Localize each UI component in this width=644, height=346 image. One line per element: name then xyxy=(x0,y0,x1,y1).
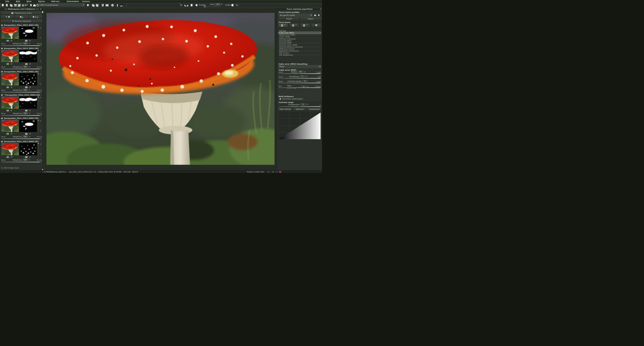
slider-value-input[interactable]: 5 xyxy=(299,75,305,78)
move-down-icon[interactable]: ↓ xyxy=(40,60,41,62)
focus-panel-title[interactable]: Focus stacking algorithms xyxy=(277,8,322,10)
zoom-slider[interactable] xyxy=(202,6,221,7)
play-preview-button[interactable]: ▶ xyxy=(110,3,114,7)
move-down-icon[interactable]: ↓ xyxy=(40,130,41,132)
entry-mask-thumbnail[interactable] xyxy=(19,50,37,62)
refresh-photo-icon[interactable]: ↺ xyxy=(10,110,12,112)
mask-opacity-knob[interactable] xyxy=(38,120,38,121)
algorithm-item[interactable]: PSF (brightness) xyxy=(278,54,321,56)
import-button[interactable]: Import xyxy=(279,17,299,20)
algorithm-item[interactable]: Brightness (luminance) xyxy=(278,50,321,52)
compression-knob[interactable] xyxy=(298,106,300,107)
move-down-icon[interactable]: ↓ xyxy=(40,153,41,155)
refresh-photo-icon[interactable]: ↺ xyxy=(10,63,12,65)
refresh-mask-icon[interactable]: ↺ xyxy=(29,110,31,112)
hdr-profile-dropdown[interactable]: HDR 10 professional ▼ xyxy=(39,3,85,7)
menu-item[interactable]: View xyxy=(26,0,32,3)
reload-image-button[interactable]: ↷ xyxy=(95,3,99,7)
entry-checkbox[interactable] xyxy=(1,71,3,72)
dropdown-caret[interactable]: ▼ xyxy=(319,65,321,68)
boost-level-2-button[interactable]: 2 xyxy=(278,24,288,27)
edit-list-button[interactable] xyxy=(9,3,13,7)
weighting-slider[interactable] xyxy=(1,138,42,139)
auto-refresh-button[interactable]: ↻ xyxy=(179,3,184,7)
panorama-button[interactable] xyxy=(105,3,109,7)
slider-knob[interactable] xyxy=(298,73,300,74)
mce-slider[interactable] xyxy=(278,78,321,79)
move-up-icon[interactable]: ↑ xyxy=(40,97,41,99)
algorithm-item[interactable]: Average xyxy=(278,30,321,32)
smoothing-dropdown[interactable]: Sharp ▼ xyxy=(278,65,321,68)
zoom-value-input[interactable]: 222 xyxy=(214,3,220,5)
algorithm-item[interactable]: Colour (RGB) xyxy=(278,36,321,38)
histogram-button[interactable] xyxy=(120,3,124,7)
entry-photo-thumbnail[interactable] xyxy=(1,120,19,132)
refresh-photo-icon[interactable]: ↺ xyxy=(10,133,12,135)
dropdown-caret[interactable]: ▼ xyxy=(82,3,85,7)
slider-knob[interactable] xyxy=(278,82,280,84)
save-profile-button[interactable] xyxy=(314,14,316,16)
entry-mask-thumbnail[interactable] xyxy=(19,120,37,132)
refresh-mask-icon[interactable]: ↺ xyxy=(29,156,31,158)
mask-layer-icon[interactable] xyxy=(25,86,28,88)
boost-level-infinity-button[interactable]: ∞ xyxy=(300,24,310,27)
significance-check-button[interactable]: ? Significance check xyxy=(1,11,42,14)
weighting-value-input[interactable]: 100 xyxy=(22,66,28,68)
photo-layer-icon[interactable] xyxy=(6,133,9,135)
mask-opacity-slider[interactable] xyxy=(38,120,38,132)
refresh-photo-icon[interactable]: ↺ xyxy=(10,86,12,88)
auto-optimisation-checkbox[interactable] xyxy=(280,98,281,100)
algorithm-item[interactable]: Square error (MSE) xyxy=(278,34,321,36)
photo-layer-icon[interactable] xyxy=(6,40,9,42)
menu-item[interactable]: Edit xyxy=(15,0,21,3)
entry-mask-thumbnail[interactable] xyxy=(19,73,37,86)
zoom-slider-knob[interactable] xyxy=(204,5,206,7)
move-down-icon[interactable]: ↓ xyxy=(40,107,41,108)
fit-page-button[interactable] xyxy=(190,3,194,7)
rotate-canvas-button[interactable]: ↻ xyxy=(235,3,239,7)
main-canvas[interactable] xyxy=(44,8,276,170)
weighting-slider[interactable] xyxy=(1,115,42,116)
entry-photo-thumbnail[interactable] xyxy=(1,96,19,109)
mask-opacity-knob[interactable] xyxy=(38,73,38,74)
entry-checkbox[interactable] xyxy=(1,118,3,119)
move-down-icon[interactable]: ↓ xyxy=(40,37,41,38)
mask-opacity-slider[interactable] xyxy=(38,143,38,155)
move-up-icon[interactable]: ↑ xyxy=(40,74,41,75)
mushroom-photo[interactable] xyxy=(46,13,274,165)
slider-knob[interactable] xyxy=(278,87,280,88)
weighting-slider-knob[interactable] xyxy=(40,161,42,163)
weighting-slider[interactable] xyxy=(1,162,42,163)
add-image-layer-checkbox[interactable] xyxy=(1,167,3,169)
raw-settings-button[interactable]: RAW xyxy=(14,3,18,7)
entry-checkbox[interactable] xyxy=(1,24,3,26)
settings-button[interactable]: ⚙⚙ xyxy=(24,3,28,7)
byte-document-button[interactable]: b xyxy=(100,3,105,7)
menu-item[interactable]: Information xyxy=(66,0,80,3)
mask-layer-icon[interactable] xyxy=(25,156,28,158)
weighting-slider[interactable] xyxy=(1,92,42,93)
slider-value-input[interactable]: 50 xyxy=(298,71,304,73)
move-down-icon[interactable]: ↓ xyxy=(40,83,41,85)
mask-opacity-knob[interactable] xyxy=(38,50,38,51)
refresh-thumbnails-button[interactable]: ↺ xyxy=(1,15,14,18)
refresh-photo-icon[interactable]: ↺ xyxy=(10,40,12,42)
weighting-value-input[interactable]: 100 xyxy=(22,112,28,114)
algorithm-item[interactable]: Cubic error (MCE) xyxy=(278,32,321,34)
batch-processing-button[interactable]: ▼ xyxy=(86,3,91,7)
mask-layer-icon[interactable] xyxy=(25,40,28,42)
mask-layer-icon[interactable] xyxy=(25,133,28,135)
menu-item[interactable]: Add-ons xyxy=(50,0,60,3)
entry-checkbox[interactable] xyxy=(1,48,3,49)
mask-layer-icon[interactable] xyxy=(25,63,28,65)
weighting-value-input[interactable]: 100 xyxy=(22,89,28,91)
mask-opacity-slider[interactable] xyxy=(38,73,38,85)
refresh-mask-icon[interactable]: ↺ xyxy=(29,86,31,88)
refresh-mask-icon[interactable]: ↺ xyxy=(29,63,31,65)
weighting-value-input[interactable]: 100 xyxy=(22,136,28,138)
left-panel-scrollbar[interactable] xyxy=(42,10,43,169)
weighting-slider-knob[interactable] xyxy=(40,138,42,140)
boost-level-3-button[interactable]: 3 xyxy=(289,24,299,27)
weighting-slider-knob[interactable] xyxy=(40,91,42,93)
temperature-button[interactable] xyxy=(116,3,120,7)
